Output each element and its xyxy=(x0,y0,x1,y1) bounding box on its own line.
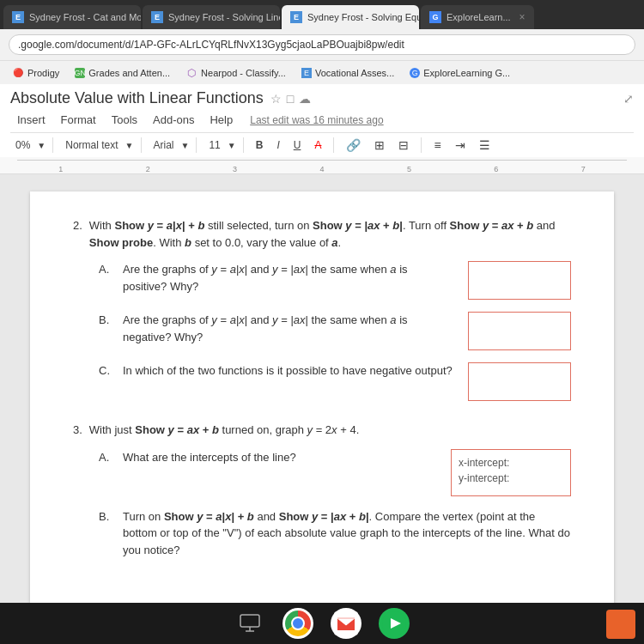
taskbar-orange-icon[interactable] xyxy=(606,610,635,639)
table-btn[interactable]: ⊟ xyxy=(393,137,414,154)
question-2a-label: A. xyxy=(99,261,116,278)
taskbar-monitor-icon[interactable] xyxy=(234,608,265,639)
bookmark-prodigy[interactable]: 🔴 Prodigy xyxy=(7,65,64,81)
menu-tools[interactable]: Tools xyxy=(105,111,144,129)
tab-2-label: Sydney Frost - Solving Linear... xyxy=(168,12,280,22)
size-group: 11 ▼ xyxy=(204,137,235,153)
italic-btn[interactable]: I xyxy=(271,137,284,153)
grades-icon: GN xyxy=(75,68,85,78)
bold-btn[interactable]: B xyxy=(251,137,269,153)
answer-box-2c[interactable] xyxy=(468,362,571,401)
menu-help[interactable]: Help xyxy=(203,111,240,129)
text-style[interactable]: Normal text xyxy=(60,137,123,153)
tab-4-icon: G xyxy=(429,11,441,23)
vocational-icon: E xyxy=(301,68,312,78)
tab-2-icon: E xyxy=(151,11,163,23)
question-2a: A. Are the graphs of y = a|x| and y = |a… xyxy=(99,261,571,300)
bookmark-vocational[interactable]: E Vocational Asses... xyxy=(296,66,399,80)
ruler-mark-5: 5 xyxy=(407,165,411,173)
list-btn[interactable]: ☰ xyxy=(474,137,495,154)
bookmark-explore-label: ExploreLearning G... xyxy=(423,68,510,78)
browser-window: E Sydney Frost - Cat and Mouse × E Sydne… xyxy=(0,0,644,644)
chrome-logo xyxy=(285,611,311,636)
url-input[interactable]: .google.com/document/d/1AP-GFc-ALrLCYqRL… xyxy=(9,34,635,55)
font-size[interactable]: 11 xyxy=(204,137,225,153)
bookmarks-bar: 🔴 Prodigy GN Grades and Atten... ⬡ Nearp… xyxy=(0,60,644,84)
doc-page: 2. With Show y = a|x| + b still selected… xyxy=(30,191,614,603)
question-3b-label: B. xyxy=(99,508,116,526)
svg-rect-0 xyxy=(240,615,259,627)
question-2b: B. Are the graphs of y = a|x| and y = |a… xyxy=(99,312,571,350)
question-2c: C. In which of the two functions is it p… xyxy=(99,362,571,401)
sep4 xyxy=(243,137,244,153)
tab-bar: E Sydney Frost - Cat and Mouse × E Sydne… xyxy=(0,0,644,29)
doc-menu-bar: Insert Format Tools Add-ons Help Last ed… xyxy=(10,111,634,129)
question-2-text: With Show y = a|x| + b still selected, t… xyxy=(89,217,571,251)
font-group: Arial ▼ xyxy=(149,137,190,153)
style-arrow: ▼ xyxy=(125,141,134,150)
tab-1[interactable]: E Sydney Frost - Cat and Mouse × xyxy=(3,5,141,29)
prodigy-icon: 🔴 xyxy=(12,67,24,79)
bookmark-grades[interactable]: GN Grades and Atten... xyxy=(70,66,175,80)
tab-4-close[interactable]: × xyxy=(519,11,526,23)
indent-btn[interactable]: ⇥ xyxy=(450,137,471,154)
bookmark-nearpod-label: Nearpod - Classify... xyxy=(201,68,286,78)
doc-content: 2. With Show y = a|x| + b still selected… xyxy=(0,174,644,603)
question-2: 2. With Show y = a|x| + b still selected… xyxy=(73,217,571,401)
align-btn[interactable]: ≡ xyxy=(428,137,446,154)
tab-1-icon: E xyxy=(12,11,24,23)
x-intercept-label: x-intercept: xyxy=(459,455,563,471)
question-3-number: 3. xyxy=(73,422,82,439)
sep3 xyxy=(196,137,197,153)
question-2b-text: Are the graphs of y = a|x| and y = |ax| … xyxy=(123,312,453,345)
doc-container: Absolute Value with Linear Functions ☆ □… xyxy=(0,84,644,603)
bookmark-prodigy-label: Prodigy xyxy=(27,68,59,78)
bookmark-nearpod[interactable]: ⬡ Nearpod - Classify... xyxy=(180,65,291,81)
menu-insert[interactable]: Insert xyxy=(10,111,52,129)
question-3a: A. What are the intercepts of the line? … xyxy=(99,449,571,496)
strikethrough-btn[interactable]: A xyxy=(309,137,326,153)
link-btn[interactable]: 🔗 xyxy=(341,137,366,154)
question-3b-text: Turn on Show y = a|x| + b and Show y = |… xyxy=(123,508,571,559)
menu-format[interactable]: Format xyxy=(54,111,103,129)
explore-icon: G xyxy=(410,68,420,78)
zoom-value[interactable]: 0% xyxy=(10,137,35,153)
font-arrow: ▼ xyxy=(181,141,190,150)
font-name[interactable]: Arial xyxy=(149,137,179,153)
menu-addons[interactable]: Add-ons xyxy=(146,111,201,129)
taskbar-gmail-icon[interactable] xyxy=(331,608,361,639)
sep1 xyxy=(52,137,53,153)
sep6 xyxy=(421,137,422,153)
last-edit: Last edit was 16 minutes ago xyxy=(250,114,383,126)
tab-3[interactable]: E Sydney Frost - Solving Equati... × xyxy=(282,5,419,29)
answer-box-2a[interactable] xyxy=(468,261,571,300)
taskbar xyxy=(0,603,644,644)
taskbar-play-icon[interactable] xyxy=(379,608,410,639)
image-btn[interactable]: ⊞ xyxy=(369,137,390,154)
tab-4-label: ExploreLearn... xyxy=(447,12,511,22)
bookmark-vocational-label: Vocational Asses... xyxy=(315,68,394,78)
ruler-mark-1: 1 xyxy=(58,165,63,173)
question-2-subquestions: A. Are the graphs of y = a|x| and y = |a… xyxy=(99,261,571,401)
ruler-mark-7: 7 xyxy=(581,165,586,173)
y-intercept-label: y-intercept: xyxy=(459,471,563,486)
ruler-mark-2: 2 xyxy=(146,165,150,173)
question-3a-text: What are the intercepts of the line? xyxy=(123,449,435,466)
question-3-header: 3. With just Show y = ax + b turned on, … xyxy=(73,422,571,439)
answer-box-2b[interactable] xyxy=(468,312,571,350)
tab-4[interactable]: G ExploreLearn... × xyxy=(421,5,534,29)
ruler-mark-3: 3 xyxy=(233,165,237,173)
answer-box-3a[interactable]: x-intercept: y-intercept: xyxy=(451,449,571,496)
taskbar-chrome-icon[interactable] xyxy=(283,608,313,639)
tab-2[interactable]: E Sydney Frost - Solving Linear... × xyxy=(143,5,280,29)
bookmark-explore[interactable]: G ExploreLearning G... xyxy=(404,66,515,80)
star-icon: ☆ xyxy=(270,92,282,106)
tab-1-label: Sydney Frost - Cat and Mouse xyxy=(29,12,141,22)
question-3-text: With just Show y = ax + b turned on, gra… xyxy=(89,422,359,439)
ruler-mark-4: 4 xyxy=(319,165,324,173)
question-2c-text: In which of the two functions is it poss… xyxy=(123,362,453,380)
doc-title-icons: ☆ □ ☁ xyxy=(270,92,311,106)
style-group: Normal text ▼ xyxy=(60,137,133,153)
underline-btn[interactable]: U xyxy=(289,137,307,153)
question-2c-label: C. xyxy=(99,362,116,380)
